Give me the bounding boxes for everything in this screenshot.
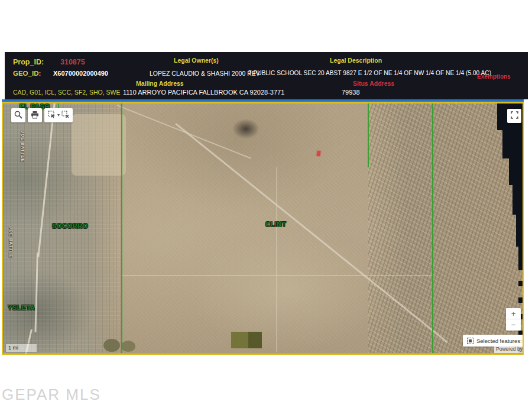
selection-square-icon: [467, 338, 473, 344]
unloaded-tile: [518, 297, 523, 303]
zoom-in-button[interactable]: +: [506, 308, 521, 319]
boundary-line-green: [432, 103, 433, 353]
terrain-hills: [368, 103, 523, 353]
map-road: [121, 275, 433, 276]
select-features-button[interactable]: ▾: [44, 108, 73, 122]
scale-bar: 1 mi: [5, 344, 37, 352]
boundary-line-green: [121, 103, 122, 353]
entity-codes: CAD, G01, ICL, SCC, SF2, SHO, SWE: [13, 89, 120, 96]
unloaded-tile: [518, 281, 523, 286]
search-button[interactable]: [11, 108, 25, 122]
fullscreen-icon: [511, 111, 518, 121]
watermark: GEPAR MLS: [2, 386, 101, 404]
city-label-ysleta: YSLETA: [8, 304, 35, 311]
terrain-pivot-field: [121, 341, 135, 352]
unloaded-tile: [518, 103, 523, 270]
legal-description-label: Legal Description: [330, 57, 382, 64]
geo-id-label: GEO_ID:: [13, 70, 41, 77]
satellite-basemap[interactable]: EL PASO SOCORRO CLINT YSLETA JOE BATTLE …: [3, 103, 523, 353]
boundary-line-green: [368, 103, 369, 167]
situs-address-label: Situs Address: [353, 80, 394, 87]
zoom-out-button[interactable]: −: [506, 319, 521, 331]
mailing-address-value: 1110 ARROYO PACIFICA FALLBROOK CA 92028-…: [123, 89, 284, 96]
fullscreen-button[interactable]: [507, 109, 521, 123]
terrain-field: [231, 332, 262, 348]
terrain-light-patch: [72, 114, 126, 176]
printer-icon: [31, 111, 39, 121]
selected-features-text: Selected features: 1: [476, 338, 524, 344]
property-info-header: Prop_ID: 310875 Legal Owner(s) Legal Des…: [5, 52, 528, 99]
exemptions-label: Exemptions: [477, 73, 511, 80]
map-attribution: Powered by Esri: [494, 345, 524, 353]
legal-description-value: 7 PUBLIC SCHOOL SEC 20 ABST 9827 E 1/2 O…: [248, 70, 491, 76]
prop-id-value: 310875: [60, 58, 85, 66]
clear-selection-icon[interactable]: [61, 111, 69, 120]
select-rectangle-icon: [48, 111, 56, 120]
selected-features-pill[interactable]: Selected features: 1: [463, 335, 524, 347]
geo-id-value: X60700002000490: [53, 70, 108, 77]
prop-id-label: Prop_ID:: [13, 58, 44, 66]
legal-owner-value: LOPEZ CLAUDIO & SHASHI 2000 REV: [150, 70, 260, 77]
screenshot-page: Prop_ID: 310875 Legal Owner(s) Legal Des…: [0, 0, 532, 411]
street-label: JOE BATTLE: [21, 131, 25, 162]
print-button[interactable]: [28, 108, 42, 122]
search-icon: [14, 111, 22, 121]
terrain-dark-patch: [232, 119, 259, 139]
legal-owner-label: Legal Owner(s): [174, 57, 219, 64]
street-label: JOE BATTLE: [9, 226, 13, 258]
terrain-pivot-field: [103, 339, 120, 352]
situs-address-value: 79938: [342, 89, 360, 96]
map-viewport[interactable]: EL PASO SOCORRO CLINT YSLETA JOE BATTLE …: [2, 102, 524, 355]
map-road: [116, 105, 251, 159]
city-label-clint: CLINT: [265, 221, 286, 228]
city-label-socorro: SOCORRO: [52, 222, 88, 229]
map-road: [276, 167, 277, 352]
selected-parcel-marker[interactable]: [316, 151, 320, 157]
mailing-address-label: Mailing Address: [136, 80, 184, 87]
chevron-down-icon[interactable]: ▾: [57, 113, 60, 118]
zoom-control: + −: [506, 308, 521, 331]
